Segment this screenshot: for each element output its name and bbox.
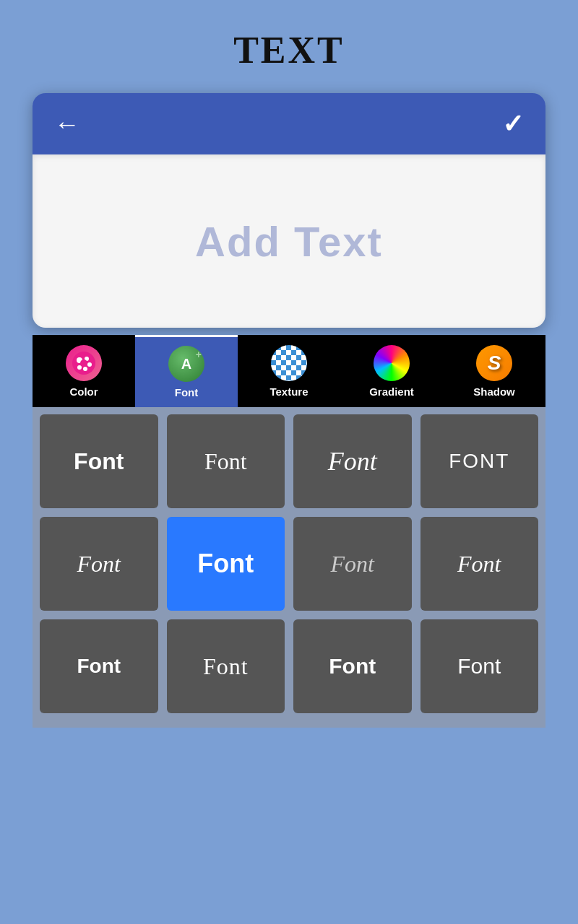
- font-tile-7[interactable]: Font: [293, 517, 412, 611]
- font-icon: A +: [168, 346, 204, 382]
- toolbar-item-font[interactable]: A + Font: [135, 335, 238, 407]
- shadow-label: Shadow: [473, 385, 515, 398]
- font-tile-8[interactable]: Font: [420, 517, 539, 611]
- text-area-container[interactable]: Add Text: [33, 154, 545, 328]
- confirm-button[interactable]: ✓: [502, 109, 524, 139]
- page-title: Text: [233, 29, 345, 71]
- header-bar: ← ✓: [33, 93, 545, 154]
- gradient-label: Gradient: [369, 385, 414, 398]
- font-tile-11[interactable]: Font: [293, 619, 412, 713]
- svg-point-5: [77, 365, 82, 370]
- font-label: Font: [175, 386, 198, 398]
- svg-point-6: [80, 359, 87, 367]
- toolbar-item-color[interactable]: Color: [33, 335, 135, 407]
- add-text-placeholder: Add Text: [195, 217, 383, 266]
- font-tile-1[interactable]: Font: [40, 414, 158, 508]
- gradient-icon: [374, 345, 410, 381]
- toolbar-item-shadow[interactable]: S Shadow: [443, 335, 545, 407]
- font-grid: FontFontFontFONTFontFontFontFontFontFont…: [33, 407, 545, 728]
- svg-point-3: [87, 362, 92, 367]
- toolbar-item-texture[interactable]: Texture: [238, 335, 340, 407]
- font-tile-10[interactable]: Font: [167, 619, 285, 713]
- font-tile-6[interactable]: Font: [167, 517, 285, 611]
- font-tile-12[interactable]: Font: [420, 619, 539, 713]
- back-button[interactable]: ←: [54, 109, 80, 139]
- font-tile-9[interactable]: Font: [40, 619, 158, 713]
- toolbar-item-gradient[interactable]: Gradient: [340, 335, 443, 407]
- font-tile-2[interactable]: Font: [167, 414, 285, 508]
- toolbar: Color A + Font Texture Gradient S Shadow: [33, 335, 545, 407]
- font-tile-4[interactable]: FONT: [420, 414, 539, 508]
- texture-label: Texture: [269, 385, 308, 398]
- color-icon: [66, 345, 102, 381]
- texture-icon: [271, 345, 307, 381]
- font-tile-3[interactable]: Font: [293, 414, 412, 508]
- svg-point-4: [83, 367, 87, 371]
- main-card: ← ✓ Add Text: [33, 93, 545, 328]
- color-label: Color: [69, 385, 98, 398]
- font-tile-5[interactable]: Font: [40, 517, 158, 611]
- shadow-icon: S: [476, 345, 512, 381]
